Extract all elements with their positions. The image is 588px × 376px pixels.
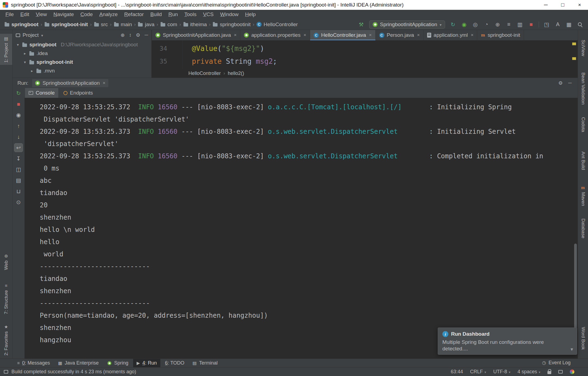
tree-caret-icon[interactable] xyxy=(16,43,20,47)
tool-stripe-ant-build[interactable]: Ant Build xyxy=(578,149,588,172)
tool-stripe-1-project[interactable]: ▤1: Project xyxy=(0,34,12,65)
breadcrumb-src[interactable]: src xyxy=(94,22,108,28)
breadcrumb-com[interactable]: com xyxy=(160,22,177,28)
menu-item-refactor[interactable]: Refactor xyxy=(121,11,147,17)
menu-item-run[interactable]: Run xyxy=(165,11,181,17)
menu-item-file[interactable]: File xyxy=(2,11,17,17)
up-stack-icon[interactable]: ↑ xyxy=(14,122,23,130)
menu-item-navigate[interactable]: Navigate xyxy=(50,11,77,17)
menu-item-edit[interactable]: Edit xyxy=(17,11,33,17)
status-utf-8[interactable]: UTF-8 xyxy=(493,369,510,375)
tool-stripe-bean-validation[interactable]: Bean Validation xyxy=(578,70,588,107)
profiler-icon[interactable]: ◔ xyxy=(483,21,490,28)
stop-icon[interactable]: ■ xyxy=(14,100,23,108)
editor-breadcrumb-hello2[interactable]: hello2() xyxy=(228,71,244,76)
menu-item-analyze[interactable]: Analyze xyxy=(96,11,121,17)
tool-button-java-enterprise[interactable]: ▦Java Enterprise xyxy=(54,359,102,367)
tool-stripe-web[interactable]: ⊛Web xyxy=(0,251,12,272)
tool-button-0-messages[interactable]: ≡0: Messages xyxy=(14,359,53,367)
editor-tab-springbootinitapplication-java[interactable]: SpringbootInitApplication.java xyxy=(152,30,240,40)
menu-item-build[interactable]: Build xyxy=(147,11,165,17)
tool-window-switcher-icon[interactable] xyxy=(4,370,8,374)
memory-icon[interactable]: ▥ xyxy=(516,21,523,28)
menu-item-tools[interactable]: Tools xyxy=(181,11,200,17)
rerun-icon[interactable]: ↻ xyxy=(14,89,23,97)
tool-stripe-maven[interactable]: mMaven xyxy=(578,183,588,208)
menu-item-window[interactable]: Window xyxy=(217,11,242,17)
colorwheel-icon[interactable] xyxy=(570,369,574,374)
collapse-all-icon[interactable]: ↕ xyxy=(129,32,131,38)
run-config-selector[interactable]: SpringbootInitApplication xyxy=(369,20,445,29)
run-tab[interactable]: SpringbootInitApplication xyxy=(32,79,108,87)
settings-icon[interactable]: ⚙ xyxy=(136,32,140,38)
stop-icon[interactable]: ■ xyxy=(528,21,535,28)
code-line[interactable]: 35 private String msg2; xyxy=(152,55,578,68)
hide-icon[interactable]: ─ xyxy=(145,32,148,38)
tool-button-spring[interactable]: Spring xyxy=(103,359,132,367)
console-output[interactable]: 2022-09-28 13:53:25.372 INFO 16560 --- [… xyxy=(24,98,578,359)
scroll-to-end-icon[interactable]: ↧ xyxy=(14,154,23,163)
tool-stripe-database[interactable]: Database xyxy=(578,216,588,241)
view-tab-console[interactable]: Console xyxy=(25,88,58,98)
locate-icon[interactable]: ⊕ xyxy=(121,32,125,38)
tree-item-mvn[interactable]: .mvn xyxy=(13,66,151,75)
tool-stripe-codota[interactable]: Codota xyxy=(578,115,588,134)
editor-tab-hellocontroller-java[interactable]: HelloController.java xyxy=(310,30,376,40)
lock-icon[interactable] xyxy=(547,371,551,374)
coverage-icon[interactable]: ◎ xyxy=(472,21,479,28)
maximize-button[interactable]: □ xyxy=(554,0,571,10)
breadcrumb-springboot[interactable]: springboot xyxy=(4,22,38,28)
chevron-down-icon[interactable] xyxy=(571,346,573,352)
layout-icon[interactable]: ▦ xyxy=(565,21,572,28)
breadcrumb-main[interactable]: main xyxy=(114,22,132,28)
tree-caret-icon[interactable] xyxy=(30,69,34,73)
minimize-button[interactable]: ─ xyxy=(537,0,554,10)
menu-item-help[interactable]: Help xyxy=(242,11,259,17)
event-log-button[interactable]: ◷ Event Log xyxy=(542,360,571,366)
tool-button-6-todo[interactable]: 6: TODO xyxy=(161,359,188,367)
tab-close-icon[interactable] xyxy=(103,80,105,86)
tool-button-terminal[interactable]: ▤Terminal xyxy=(189,359,221,367)
down-stack-icon[interactable]: ↓ xyxy=(14,133,23,141)
tree-caret-icon[interactable] xyxy=(23,60,27,64)
dump-threads-icon[interactable]: ≡ xyxy=(505,21,512,28)
close-button[interactable]: × xyxy=(571,0,588,10)
tree-caret-icon[interactable] xyxy=(23,51,27,56)
tab-close-icon[interactable] xyxy=(304,32,306,38)
tab-close-icon[interactable] xyxy=(471,32,473,38)
thread-dump-icon[interactable]: ◉ xyxy=(14,111,23,119)
editor-tab-springboot-init[interactable]: springboot-init xyxy=(477,30,524,40)
project-panel-header[interactable]: Project ⊕↕⚙─ xyxy=(13,30,151,40)
debug-icon[interactable]: ◉ xyxy=(461,21,468,28)
clear-all-icon[interactable]: ⊔ xyxy=(14,187,23,195)
tab-close-icon[interactable] xyxy=(369,32,372,38)
breadcrumb-itheima[interactable]: itheima xyxy=(183,22,207,28)
tool-stripe-sciview[interactable]: SciView xyxy=(578,38,588,58)
settings-icon[interactable]: ⚙ xyxy=(558,80,563,86)
tab-close-icon[interactable] xyxy=(417,32,420,38)
code-line[interactable]: 34 @Value("${msg2}") xyxy=(152,42,578,55)
tool-stripe-word-book[interactable]: Word Book xyxy=(578,325,588,352)
attach-debugger-icon[interactable]: ⊕ xyxy=(494,21,501,28)
pin-icon[interactable]: ⊙ xyxy=(14,198,23,206)
tool-stripe-7-structure[interactable]: ≡7: Structure xyxy=(0,281,12,316)
editor-code[interactable]: 34 @Value("${msg2}")35 private String ms… xyxy=(152,40,578,69)
status-crlf[interactable]: CRLF xyxy=(470,369,486,375)
editor-tab-application-properties[interactable]: application.properties xyxy=(240,30,310,40)
hide-icon[interactable]: ─ xyxy=(568,80,572,86)
print-icon[interactable]: ▤ xyxy=(14,176,23,184)
status-4-spaces[interactable]: 4 spaces xyxy=(517,369,540,375)
tree-item-idea[interactable]: .idea xyxy=(13,49,151,58)
view-tab-endpoints[interactable]: Endpoints xyxy=(60,88,97,98)
frame-icon[interactable] xyxy=(558,370,563,374)
breadcrumb-springboot-init[interactable]: springboot-init xyxy=(44,22,88,28)
soft-wrap-icon[interactable]: ↩ xyxy=(14,144,23,152)
select-in-icon[interactable]: ◳ xyxy=(543,21,550,28)
breadcrumb-springbootinit[interactable]: springbootinit xyxy=(213,22,250,28)
status-63-44[interactable]: 63:44 xyxy=(451,369,463,375)
breadcrumb-hellocontroller[interactable]: HelloController xyxy=(256,22,298,28)
editor-breadcrumb-hellocontroller[interactable]: HelloController xyxy=(188,71,221,76)
split-icon[interactable]: ◫ xyxy=(14,165,23,174)
editor-tab-application-yml[interactable]: application.yml xyxy=(424,30,477,40)
build-icon[interactable]: ⚒ xyxy=(358,21,365,28)
